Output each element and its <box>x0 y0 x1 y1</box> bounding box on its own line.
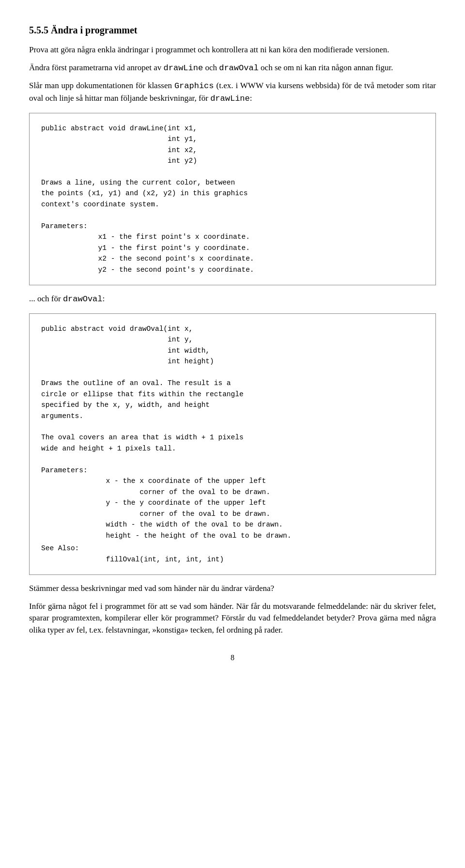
drawoval-params: Parameters: x - the x coordinate of the … <box>41 465 424 541</box>
drawline-params-label: Parameters: <box>41 222 88 230</box>
drawline-code-block: public abstract void drawLine(int x1, in… <box>29 113 436 286</box>
drawoval-see-also-value: fillOval(int, int, int, int) <box>41 554 424 565</box>
drawoval-description-1: Draws the outline of an oval. The result… <box>41 378 424 421</box>
drawoval-param-4: height - the height of the oval to be dr… <box>41 530 424 541</box>
drawoval-params-label: Parameters: <box>41 466 88 474</box>
section-title: Ändra i programmet <box>51 25 138 35</box>
drawoval-param-1: x - the x coordinate of the upper left c… <box>41 476 424 497</box>
drawoval-see-also: See Also: fillOval(int, int, int, int) <box>41 543 424 565</box>
drawoval-see-also-label: See Also: <box>41 544 79 552</box>
footer-paragraph-1: Stämmer dessa beskrivningar med vad som … <box>29 583 436 595</box>
drawoval-code-block: public abstract void drawOval(int x, int… <box>29 313 436 575</box>
drawline-params: Parameters: x1 - the first point's x coo… <box>41 221 424 275</box>
section-number: 5.5.5 <box>29 25 48 35</box>
drawoval-intro: ... och för drawOval: <box>29 293 436 306</box>
section-heading: 5.5.5 Ändra i programmet <box>29 23 436 37</box>
drawline-param-4: y2 - the second point's y coordinate. <box>41 264 424 275</box>
footer-paragraph-2: Inför gärna något fel i programmet för a… <box>29 601 436 636</box>
page-number: 8 <box>29 652 436 663</box>
drawoval-param-2: y - the y coordinate of the upper left c… <box>41 497 424 519</box>
drawline-param-3: x2 - the second point's x coordinate. <box>41 253 424 264</box>
intro-paragraph-3: Slår man upp dokumentationen för klassen… <box>29 80 436 105</box>
drawline-param-1: x1 - the first point's x coordinate. <box>41 232 424 242</box>
drawline-signature: public abstract void drawLine(int x1, in… <box>41 123 424 167</box>
drawoval-param-3: width - the width of the oval to be draw… <box>41 519 424 530</box>
drawoval-signature: public abstract void drawOval(int x, int… <box>41 324 424 367</box>
drawoval-description-2: The oval covers an area that is width + … <box>41 432 424 454</box>
intro-paragraph-1: Prova att göra några enkla ändringar i p… <box>29 44 436 56</box>
drawline-description: Draws a line, using the current color, b… <box>41 177 424 210</box>
drawline-param-2: y1 - the first point's y coordinate. <box>41 243 424 253</box>
intro-paragraph-2: Ändra först parametrarna vid anropet av … <box>29 62 436 75</box>
